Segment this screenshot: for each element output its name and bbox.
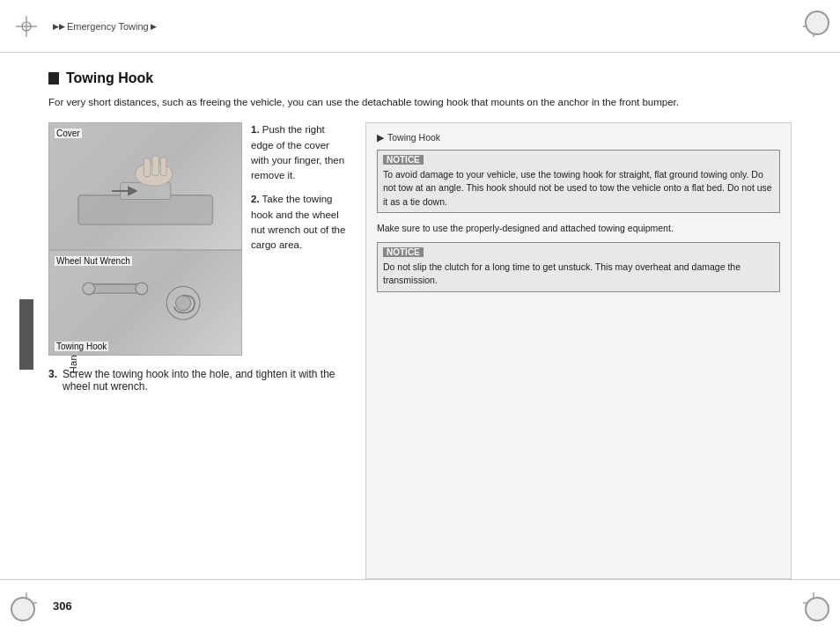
notice-2-text: Do not slip the clutch for a long time t…: [383, 261, 774, 287]
two-col-layout: Cover: [48, 122, 792, 579]
section-title-icon: [48, 72, 59, 85]
breadcrumb-prefix-arrow: ▶▶: [53, 22, 65, 31]
step-3: 3. Screw the towing hook into the hole, …: [48, 368, 348, 393]
right-col-title: ▶ Towing Hook: [377, 132, 780, 143]
step-2-text: Take the towing hook and the wheel nut w…: [251, 194, 345, 250]
page-number: 306: [53, 599, 72, 613]
steps-column: 1. Push the right edge of the cover with…: [251, 122, 348, 356]
notice-2-label: NOTICE: [383, 247, 424, 257]
step-3-text: Screw the towing hook into the hole, and…: [63, 368, 348, 393]
right-column: ▶ Towing Hook NOTICE To avoid damage to …: [365, 122, 792, 579]
page-header: ▶▶ Emergency Towing ▶: [0, 0, 840, 53]
section-title: Towing Hook: [66, 70, 153, 86]
main-content: Towing Hook For very short distances, su…: [48, 53, 792, 579]
breadcrumb-suffix-arrow: ▶: [151, 22, 157, 31]
image-cover: Cover: [48, 122, 242, 250]
svg-rect-16: [152, 155, 159, 175]
image-cover-label: Cover: [55, 129, 82, 138]
page-footer: 306: [0, 579, 840, 632]
step-1-text: Push the right edge of the cover with yo…: [251, 124, 344, 180]
image-hook: Wheel Nut Wrench Towing Hook: [48, 250, 242, 356]
notice-1-text: To avoid damage to your vehicle, use the…: [383, 168, 774, 209]
left-column: Cover: [48, 122, 348, 579]
step-3-number: 3.: [48, 368, 57, 380]
svg-rect-17: [160, 157, 166, 175]
right-col-title-arrow: ▶: [377, 132, 384, 143]
sidebar-tab: [19, 299, 33, 370]
right-col-title-text: Towing Hook: [387, 132, 440, 143]
step-1-number: 1.: [251, 124, 260, 135]
notice-box-2: NOTICE Do not slip the clutch for a long…: [377, 242, 780, 291]
step-2-number: 2.: [251, 194, 260, 204]
images-stack: Cover: [48, 122, 242, 356]
steps-and-images: Cover: [48, 122, 348, 356]
svg-point-21: [136, 283, 148, 295]
svg-rect-19: [89, 284, 142, 293]
notice-box-1: NOTICE To avoid damage to your vehicle, …: [377, 150, 780, 213]
image-wheel-nut-label: Wheel Nut Wrench: [55, 256, 132, 266]
step-2: 2. Take the towing hook and the wheel nu…: [251, 192, 348, 253]
image-towing-hook-label: Towing Hook: [55, 342, 108, 351]
svg-point-20: [83, 283, 95, 295]
svg-point-23: [175, 296, 190, 311]
step-1: 1. Push the right edge of the cover with…: [251, 122, 348, 183]
breadcrumb: ▶▶ Emergency Towing ▶: [53, 21, 157, 32]
notice-1-label: NOTICE: [383, 155, 424, 165]
section-title-bar: Towing Hook: [48, 70, 792, 86]
intro-text: For very short distances, such as freein…: [48, 95, 792, 110]
svg-rect-15: [144, 158, 151, 176]
breadcrumb-section: Emergency Towing: [67, 21, 149, 32]
notice-separator: Make sure to use the properly-designed a…: [377, 222, 780, 235]
